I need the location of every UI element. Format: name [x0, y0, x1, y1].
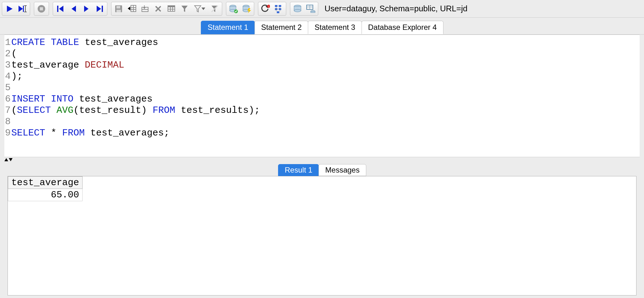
code-content[interactable]: SELECT * FROM test_averages; [11, 127, 169, 139]
code-line[interactable]: 9SELECT * FROM test_averages; [4, 127, 640, 139]
filter-dropdown-button[interactable] [191, 3, 208, 15]
tab-statement-4[interactable]: Database Explorer 4 [362, 21, 443, 34]
filter-button[interactable] [178, 3, 191, 15]
result-tab-2[interactable]: Messages [319, 164, 366, 176]
reload-button[interactable]: ! [259, 3, 272, 15]
svg-rect-13 [102, 6, 103, 12]
db-icon [293, 4, 302, 13]
filter-dropdown-icon [194, 5, 201, 13]
code-line[interactable]: 7(SELECT AVG(test_result) FROM test_resu… [4, 105, 640, 116]
code-line[interactable]: 2( [4, 48, 640, 59]
line-number: 9 [4, 127, 11, 139]
column-header[interactable]: test_average [8, 177, 83, 189]
db-lightning-button[interactable] [240, 3, 253, 15]
nav-next-button[interactable] [80, 3, 93, 15]
code-content[interactable]: INSERT INTO test_averages [11, 93, 153, 105]
line-number: 5 [4, 82, 11, 93]
run-to-cursor-button[interactable] [16, 3, 29, 15]
svg-marker-34 [195, 6, 201, 12]
line-number: 3 [4, 59, 11, 71]
grid-arrow-button[interactable] [125, 3, 138, 15]
code-line[interactable]: 8 [4, 116, 640, 127]
db-check-icon [229, 4, 238, 13]
svg-rect-7 [40, 7, 43, 10]
svg-rect-63 [311, 11, 315, 13]
result-panel: test_average65.00 [8, 176, 636, 295]
result-tabs: Result 1Messages [0, 162, 644, 176]
db-table-button[interactable] [304, 3, 317, 15]
table-cell[interactable]: 65.00 [8, 189, 83, 201]
save-icon [115, 5, 123, 13]
splitter[interactable] [0, 157, 644, 162]
code-line[interactable]: 3test_average DECIMAL [4, 59, 640, 71]
edit-group [111, 2, 222, 16]
splitter-icon [4, 157, 13, 162]
tab-statement-1[interactable]: Statement 1 [201, 21, 255, 34]
tab-statement-2[interactable]: Statement 2 [255, 21, 308, 34]
db-button[interactable] [291, 3, 304, 15]
db-table-icon [306, 4, 315, 13]
nav-prev-button[interactable] [67, 3, 80, 15]
code-content[interactable]: (SELECT AVG(test_result) FROM test_resul… [11, 105, 260, 116]
svg-marker-0 [7, 6, 13, 12]
code-content[interactable]: ( [11, 48, 17, 59]
nav-last-button[interactable] [93, 3, 106, 15]
filter-icon [181, 5, 188, 13]
nav-last-icon [96, 5, 104, 13]
reload-icon: ! [261, 4, 270, 13]
nav-group [53, 2, 107, 16]
nav-next-icon [83, 5, 90, 13]
filter-off-button[interactable] [208, 3, 221, 15]
line-number: 2 [4, 48, 11, 59]
svg-marker-25 [143, 7, 146, 9]
line-number: 8 [4, 116, 11, 127]
code-content[interactable]: CREATE TABLE test_averages [11, 37, 158, 48]
svg-marker-64 [4, 158, 8, 161]
stop-button[interactable] [35, 3, 48, 15]
explorer-group [290, 2, 318, 16]
svg-marker-65 [9, 158, 13, 161]
code-line[interactable]: 1CREATE TABLE test_averages [4, 37, 640, 48]
svg-marker-12 [97, 6, 101, 12]
db-group [226, 2, 254, 16]
insert-row-button[interactable] [138, 3, 152, 15]
table-icon [167, 5, 175, 13]
sql-editor[interactable]: 1CREATE TABLE test_averages2(3test_avera… [4, 35, 640, 157]
svg-marker-17 [128, 7, 130, 10]
line-number: 1 [4, 37, 11, 48]
run-button[interactable] [3, 3, 16, 15]
svg-point-58 [294, 9, 301, 12]
nav-first-icon [56, 5, 64, 13]
misc-group: ! [258, 2, 286, 16]
code-line[interactable]: 5 [4, 82, 640, 93]
svg-rect-29 [168, 6, 175, 7]
svg-rect-2 [23, 6, 24, 12]
svg-marker-11 [84, 6, 89, 12]
run-icon [6, 5, 13, 13]
tree-button[interactable] [272, 3, 285, 15]
code-line[interactable]: 4); [4, 71, 640, 82]
stop-group [34, 2, 49, 16]
nav-first-button[interactable] [54, 3, 67, 15]
run-cursor-icon [18, 5, 27, 13]
delete-button[interactable] [152, 3, 165, 15]
table-button[interactable] [165, 3, 178, 15]
delete-icon [154, 5, 162, 13]
db-check-button[interactable] [227, 3, 240, 15]
svg-marker-1 [19, 6, 23, 12]
svg-text:!: ! [268, 5, 269, 8]
save-button[interactable] [112, 3, 125, 15]
stop-icon [37, 4, 46, 13]
nav-prev-icon [70, 5, 77, 13]
result-tab-1[interactable]: Result 1 [278, 164, 319, 176]
result-table[interactable]: test_average65.00 [8, 176, 83, 201]
code-content[interactable]: ); [11, 71, 23, 82]
svg-rect-8 [57, 6, 58, 12]
svg-rect-53 [277, 11, 279, 13]
filter-off-icon [211, 5, 218, 13]
table-row[interactable]: 65.00 [8, 189, 83, 201]
code-content[interactable]: test_average DECIMAL [11, 59, 124, 71]
code-line[interactable]: 6INSERT INTO test_averages [4, 93, 640, 105]
grid-icon [127, 5, 137, 13]
tab-statement-3[interactable]: Statement 3 [308, 21, 362, 34]
